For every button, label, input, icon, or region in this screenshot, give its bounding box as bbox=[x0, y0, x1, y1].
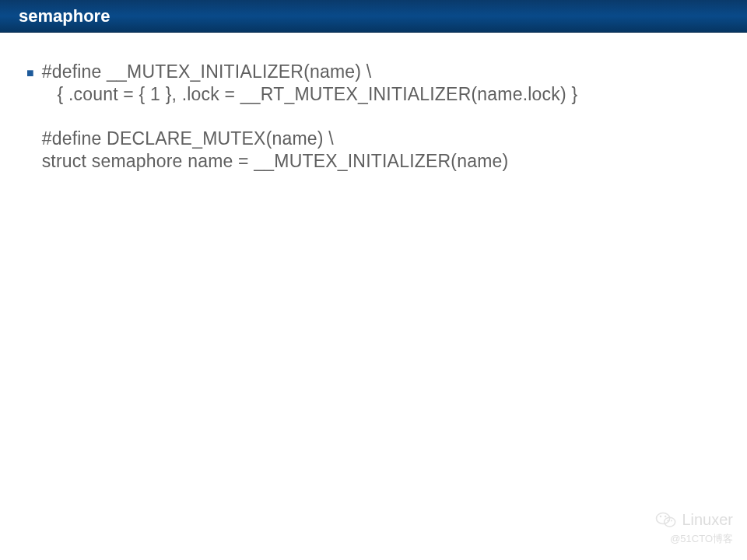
svg-point-4 bbox=[668, 520, 669, 522]
svg-point-3 bbox=[665, 516, 666, 517]
code-text: #define __MUTEX_INITIALIZER(name) \ { .c… bbox=[42, 61, 578, 173]
bullet-item: ■ #define __MUTEX_INITIALIZER(name) \ { … bbox=[26, 61, 730, 173]
slide-title: semaphore bbox=[19, 6, 110, 26]
watermark-brand: Linuxer bbox=[682, 511, 733, 529]
bullet-marker-icon: ■ bbox=[26, 62, 34, 84]
watermark: Linuxer @51CTO博客 bbox=[655, 509, 733, 546]
slide-header: semaphore bbox=[0, 0, 747, 33]
watermark-sub: @51CTO博客 bbox=[655, 532, 733, 546]
watermark-top-row: Linuxer bbox=[655, 509, 733, 530]
svg-point-2 bbox=[660, 516, 661, 517]
wechat-icon bbox=[655, 509, 677, 530]
slide-content: ■ #define __MUTEX_INITIALIZER(name) \ { … bbox=[0, 33, 747, 173]
svg-point-5 bbox=[671, 520, 672, 522]
